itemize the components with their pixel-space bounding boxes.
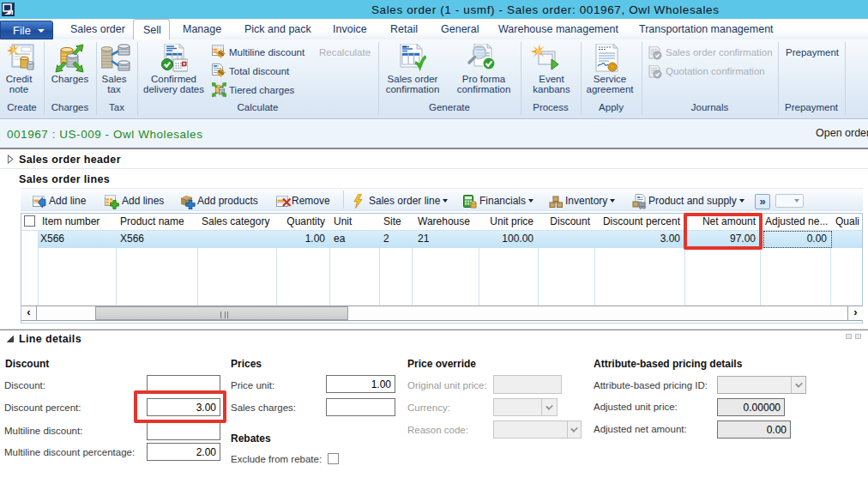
svg-text:%: % [218,70,224,76]
svg-text:%: % [218,51,224,57]
